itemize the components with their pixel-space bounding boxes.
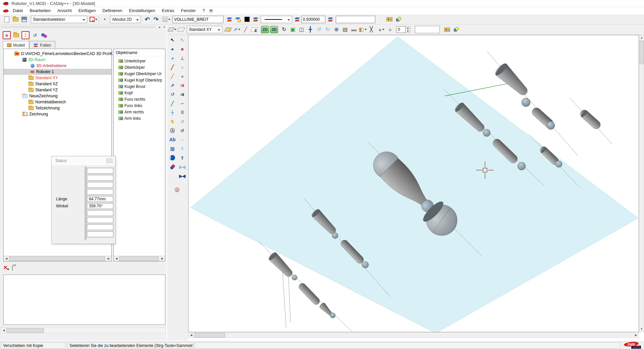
panel-hscrollbar[interactable]: ◀ bbox=[1, 328, 166, 333]
user-bulb-icon[interactable] bbox=[394, 15, 402, 23]
render-mode-button[interactable]: ◧ bbox=[359, 26, 367, 34]
selection-combo[interactable]: Standardselektion bbox=[31, 16, 87, 23]
panel-tab[interactable]: Folien bbox=[29, 41, 55, 49]
tree-item[interactable]: Zeichnung bbox=[4, 111, 111, 117]
spinner-up-button[interactable] bbox=[407, 28, 409, 29]
arrow-up-dark-icon[interactable]: ⇧ bbox=[178, 154, 186, 162]
tree-item[interactable]: Roboter 1 bbox=[4, 69, 111, 75]
panel-grip[interactable] bbox=[1, 26, 156, 28]
view-next-icon[interactable]: ↻ bbox=[324, 26, 332, 34]
hatch-mode-icon[interactable]: ╳ bbox=[367, 26, 375, 34]
dots-grid-icon[interactable]: ⠿ bbox=[178, 108, 186, 116]
robot-joint[interactable] bbox=[522, 98, 530, 107]
view-2d-button[interactable]: 2D bbox=[261, 26, 269, 33]
menu-item[interactable]: Fenster bbox=[177, 7, 199, 14]
color-layer-icon[interactable] bbox=[252, 15, 260, 23]
import-model-button[interactable] bbox=[12, 31, 20, 39]
pan-icon[interactable]: ╋ bbox=[306, 26, 314, 34]
pencil-orange-icon[interactable]: ╱ bbox=[168, 72, 177, 80]
status-field-value[interactable] bbox=[87, 182, 113, 188]
tree-item[interactable]: Standard XY bbox=[4, 75, 111, 81]
status-field-value[interactable] bbox=[87, 231, 113, 237]
hatch-tool-icon[interactable]: ▨ bbox=[168, 145, 177, 153]
tree-item[interactable]: Standard XZ bbox=[4, 81, 111, 87]
shading-sphere-button[interactable]: ● bbox=[377, 26, 385, 34]
robot-joint[interactable] bbox=[292, 275, 297, 280]
viewport-hscrollbar[interactable]: ◀▶ bbox=[188, 332, 639, 338]
step-forward-light-icon[interactable]: » bbox=[178, 63, 186, 71]
tree-item[interactable]: NeueZeichnung bbox=[4, 93, 111, 99]
status-field-value[interactable] bbox=[87, 210, 113, 216]
path-tool-icon[interactable]: ╱ bbox=[168, 63, 177, 71]
folder-users-icon[interactable] bbox=[385, 15, 393, 23]
panel-tab[interactable]: Modell bbox=[3, 41, 29, 49]
swap-dark-icon[interactable]: ⇉ bbox=[178, 90, 186, 98]
object-list-header[interactable]: Objektname bbox=[114, 49, 165, 56]
panel-collapse-button[interactable]: ◂ bbox=[157, 25, 162, 30]
team-button[interactable] bbox=[40, 31, 48, 39]
tree-hscrollbar[interactable]: ◀▶ bbox=[4, 256, 111, 261]
mdi-close-button[interactable]: × bbox=[208, 8, 214, 13]
menu-item[interactable]: Extras bbox=[159, 7, 178, 14]
linestyle-combo[interactable] bbox=[261, 16, 292, 23]
view-3d-button[interactable]: 3D bbox=[270, 26, 278, 33]
sphere-teal-icon[interactable]: ◕ bbox=[168, 54, 177, 62]
rotate-dark-icon[interactable]: ↺ bbox=[178, 127, 186, 135]
red-box-tool-icon[interactable]: ■ bbox=[178, 45, 186, 53]
grab-hand-button[interactable]: ↥ bbox=[21, 31, 30, 39]
linetype-input[interactable] bbox=[172, 16, 223, 23]
history-button[interactable]: ↺ bbox=[31, 31, 39, 39]
swap-light-icon[interactable]: ⇉ bbox=[178, 81, 186, 89]
workplane-icon[interactable] bbox=[177, 26, 185, 34]
paint-roller-icon[interactable]: ▬ bbox=[350, 26, 358, 34]
spinner-value[interactable]: 0 bbox=[396, 26, 406, 33]
menu-item[interactable]: Definieren bbox=[99, 7, 125, 14]
tree-item[interactable]: Normblattbereich bbox=[4, 99, 111, 105]
robot-part[interactable] bbox=[579, 108, 602, 131]
object-list-item[interactable]: Fuss rechts bbox=[114, 96, 165, 102]
lightning-tool-icon[interactable]: ↯ bbox=[168, 117, 177, 126]
snap-center-icon[interactable]: ◎ bbox=[173, 185, 181, 193]
plane-e-icon[interactable]: E bbox=[250, 26, 258, 34]
merge-light-icon[interactable]: ▶◀ bbox=[178, 163, 186, 171]
sphere-blue-icon[interactable]: ● bbox=[168, 45, 177, 53]
object-list-item[interactable]: Unterkörper bbox=[114, 58, 165, 64]
robot-joint[interactable] bbox=[330, 313, 335, 318]
status-field-value[interactable] bbox=[87, 224, 113, 230]
select-arrow-icon[interactable]: ↖ bbox=[168, 36, 177, 44]
menu-item[interactable]: ? bbox=[199, 7, 208, 14]
rotate-view-icon[interactable]: ↻ bbox=[280, 26, 288, 34]
status-dialog-button[interactable] bbox=[106, 158, 113, 163]
workplane-bulb-icon[interactable] bbox=[224, 26, 232, 34]
zoom-fit-icon[interactable]: ⊕ bbox=[332, 26, 340, 34]
merge-dark-icon[interactable]: ▶◀ bbox=[178, 172, 186, 180]
spinner-down-button[interactable] bbox=[407, 31, 409, 32]
robot-part[interactable] bbox=[493, 62, 531, 99]
object-list-item[interactable]: Oberkörper bbox=[114, 64, 165, 70]
coordinate-mode-combo[interactable]: Absolut 2D bbox=[110, 16, 141, 23]
zoom-page-icon[interactable]: ▤ bbox=[341, 26, 349, 34]
pencil-green-icon[interactable]: ╱ bbox=[168, 99, 177, 107]
user-bulb-icon[interactable] bbox=[452, 26, 460, 34]
status-field-value[interactable] bbox=[87, 217, 113, 223]
viewport-vscrollbar[interactable]: ▲ ▼ bbox=[639, 35, 644, 332]
object-list-hscrollbar[interactable]: ◀▶ bbox=[114, 256, 165, 261]
undo-icon[interactable]: ↶ bbox=[143, 15, 151, 23]
status-field-value[interactable] bbox=[87, 175, 113, 181]
favorite-star-icon[interactable]: ★ bbox=[386, 26, 394, 34]
panel-close-button[interactable]: × bbox=[162, 25, 167, 30]
robot-joint[interactable] bbox=[547, 121, 555, 130]
group-input[interactable] bbox=[336, 16, 375, 23]
object-list-item[interactable]: Arm links bbox=[114, 115, 165, 121]
zoom-window-icon[interactable]: ◫ bbox=[298, 26, 306, 34]
redo-icon[interactable]: ↷ bbox=[152, 15, 160, 23]
text-edit-icon[interactable]: Ab bbox=[168, 136, 177, 144]
tree-item[interactable]: D:\AVCHD_Filme\Lernvideos\BeckerCAD 3D P… bbox=[4, 51, 111, 57]
object-list-item[interactable]: Fuss links bbox=[114, 102, 165, 109]
menu-item[interactable]: Datei bbox=[9, 7, 26, 14]
rotate-light-icon[interactable]: ↺ bbox=[178, 117, 186, 126]
object-list-item[interactable]: Kugel Brust bbox=[114, 83, 165, 90]
workplane-menu-button[interactable] bbox=[168, 26, 176, 34]
robot-joint[interactable] bbox=[518, 162, 526, 170]
menu-item[interactable]: Einstellungen bbox=[125, 7, 158, 14]
